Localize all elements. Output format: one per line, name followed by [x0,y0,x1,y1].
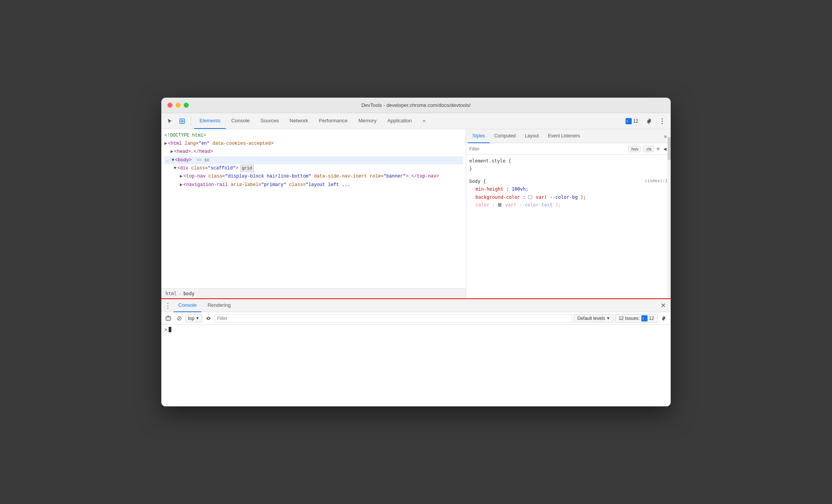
issues-count: 12 [633,118,638,124]
tab-application[interactable]: Application [382,113,418,129]
eye-icon[interactable] [204,314,213,323]
color-swatch-bg[interactable] [528,195,532,199]
color-swatch-text[interactable] [498,203,502,207]
settings-icon[interactable] [644,116,654,127]
tab-console[interactable]: Console [226,113,255,129]
breadcrumb-sep: › [179,291,181,296]
attr-class: class [191,165,205,172]
svg-text:!: ! [627,119,628,123]
attr-topnav-val: "display-block hairline-bottom" [225,173,311,180]
tab-computed[interactable]: Computed [490,129,520,143]
console-input-area[interactable]: > [161,325,671,406]
tab-network[interactable]: Network [284,113,314,129]
filter-controls: :hov .cls + ◄ [628,145,668,152]
tab-event-listeners[interactable]: Event Listeners [543,129,585,143]
console-settings-icon[interactable] [659,314,668,323]
top-label: top [188,316,194,321]
prop-bg-color: background-color : var( --color-bg ); [469,193,668,201]
tab-sources[interactable]: Sources [255,113,284,129]
prop-color: color : var( --color-text ); [469,201,668,209]
devtools-main: <!DOCTYPE html> ▶ <html lang = "en" data… [161,129,671,298]
console-tab-console[interactable]: Console [174,299,201,312]
tag-html: <html [168,140,182,147]
dom-line-head[interactable]: ▶ <head> … </head> [164,148,463,156]
tag-div-close: > [235,165,238,172]
attr-aria: aria-label [231,181,259,189]
dom-line-html[interactable]: ▶ <html lang = "en" data-cookies-accepte… [164,140,463,148]
console-tab-rendering[interactable]: Rendering [203,299,235,312]
more-options-icon[interactable] [657,116,668,127]
titlebar: DevTools - developer.chrome.com/docs/dev… [161,98,671,113]
window-title: DevTools - developer.chrome.com/docs/dev… [361,102,470,108]
styles-filter-input[interactable] [469,146,627,152]
default-levels-dropdown-icon: ▼ [606,316,610,320]
attr-aria-val: "primary" [261,181,286,189]
breadcrumb-body[interactable]: body [182,291,196,296]
dom-line-topnav[interactable]: ▶ <top-nav class = "display-block hairli… [164,173,463,181]
hov-button[interactable]: :hov [628,146,641,152]
rule-body: body { (index):1 min-height : 100vh; bac… [469,178,668,209]
default-levels-button[interactable]: Default levels ▼ [574,315,614,322]
devtools-window: DevTools - developer.chrome.com/docs/dev… [161,98,671,406]
rule-source: (index):1 [644,178,668,185]
cls-button[interactable]: .cls [643,146,654,152]
breadcrumb-html[interactable]: html [164,291,178,296]
triangle-icon[interactable]: ▶ [164,140,167,147]
inspect-icon[interactable] [177,116,188,127]
styles-rules: element.style { } body { (index):1 [466,155,671,298]
tab-elements[interactable]: Elements [194,113,226,129]
triangle-topnav-icon[interactable]: ▶ [180,173,183,180]
tab-styles[interactable]: Styles [468,129,490,143]
attr-cookies: data-cookies-accepted [212,140,271,147]
issues-button[interactable]: ! 12 [622,117,641,125]
doctype-text: <!DOCTYPE html> [164,132,206,139]
back-icon[interactable]: ◄ [662,146,668,152]
tab-memory[interactable]: Memory [353,113,382,129]
tab-more[interactable]: » [417,113,431,129]
attr-class-val: "scaffold" [208,165,235,172]
svg-rect-6 [166,317,171,320]
console-filter-input[interactable] [215,314,572,323]
triangle-scaffold-icon[interactable]: ▼ [174,165,176,172]
svg-text:!: ! [643,316,644,320]
rule-element-style: element.style { } [469,157,668,173]
issues-count-icon: ! [641,315,648,321]
tag-body: <body> [175,157,192,164]
clear-console-icon[interactable] [164,314,173,323]
svg-point-5 [662,123,663,124]
styles-panel: Styles Computed Layout Event Listeners »… [466,129,671,298]
elements-content[interactable]: <!DOCTYPE html> ▶ <html lang = "en" data… [161,129,466,288]
scrollbar[interactable] [668,129,671,298]
separator [191,117,191,125]
toolbar-right: ! 12 [622,116,668,127]
svg-point-3 [662,118,663,119]
block-icon[interactable]: ⊘ [174,314,184,323]
styles-tabs: Styles Computed Layout Event Listeners » [466,129,671,143]
maximize-button[interactable] [184,103,189,108]
triangle-body-icon[interactable]: ▼ [171,157,174,164]
cursor-icon[interactable] [164,116,175,127]
console-close-button[interactable]: ✕ [658,301,668,310]
scrollbar-thumb[interactable] [668,137,671,160]
grid-badge[interactable]: grid [240,165,254,173]
dom-line-scaffold[interactable]: ▼ <div class = "scaffold" > grid [164,164,463,173]
minimize-button[interactable] [176,103,181,108]
triangle-head-icon[interactable]: ▶ [171,148,173,156]
console-panel: ⋮ Console Rendering ✕ ⊘ top ▼ [161,298,671,406]
attr-lang-val: "en" [198,140,210,147]
add-style-icon[interactable]: + [656,145,660,152]
close-button[interactable] [167,103,172,108]
dom-line-body[interactable]: … ▼ <body> == $0 [164,156,463,164]
dom-line-doctype[interactable]: <!DOCTYPE html> [164,132,463,140]
tag-html-close: > [271,140,274,147]
tab-layout[interactable]: Layout [520,129,543,143]
console-menu-icon[interactable]: ⋮ [164,301,171,310]
triangle-navrail-icon[interactable]: ▶ [180,181,183,189]
default-levels-label: Default levels [577,316,605,321]
top-selector[interactable]: top ▼ [185,315,202,322]
issues-count-button[interactable]: 12 Issues: ! 12 [615,314,658,323]
dom-line-navrail[interactable]: ▶ <navigation-rail aria-label = "primary… [164,181,463,189]
tab-performance[interactable]: Performance [313,113,353,129]
issues-label-text: 12 Issues: [619,316,640,321]
devtools-toolbar: Elements Console Sources Network Perform… [161,113,671,129]
